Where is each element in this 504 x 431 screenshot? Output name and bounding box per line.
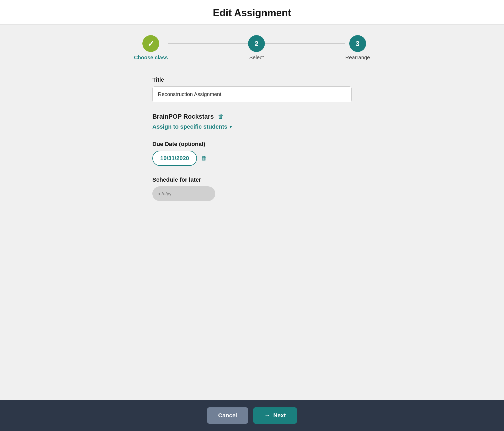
- class-header: BrainPOP Rockstars 🗑: [152, 113, 352, 120]
- step-select: 2 Select: [248, 35, 265, 61]
- step-label-3: Rearrange: [345, 55, 370, 61]
- due-date-section: Due Date (optional) 10/31/2020 🗑: [152, 141, 352, 166]
- step-rearrange: 3 Rearrange: [345, 35, 370, 61]
- checkmark-icon: ✓: [148, 39, 154, 48]
- due-date-value[interactable]: 10/31/2020: [152, 151, 197, 166]
- schedule-section: Schedule for later: [152, 176, 352, 201]
- due-date-label: Due Date (optional): [152, 141, 352, 148]
- step-choose-class: ✓ Choose class: [134, 35, 168, 61]
- form-container: Title BrainPOP Rockstars 🗑 Assign to spe…: [152, 76, 352, 212]
- assign-students-button[interactable]: Assign to specific students ▾: [152, 123, 232, 130]
- class-section: BrainPOP Rockstars 🗑 Assign to specific …: [152, 113, 352, 130]
- step-number-2: 2: [255, 40, 258, 48]
- next-button[interactable]: → Next: [253, 407, 297, 424]
- page-header: Edit Assignment: [0, 0, 504, 25]
- stepper: ✓ Choose class 2 Select 3 Rearrange: [134, 35, 370, 61]
- chevron-down-icon: ▾: [229, 124, 232, 130]
- step-circle-2: 2: [248, 35, 265, 52]
- class-name: BrainPOP Rockstars: [152, 113, 214, 120]
- schedule-input-wrapper: [152, 186, 215, 201]
- footer: Cancel → Next: [0, 400, 504, 431]
- step-number-3: 3: [356, 40, 360, 48]
- step-connector-1: [168, 43, 248, 44]
- next-arrow: →: [264, 412, 270, 419]
- main-content: ✓ Choose class 2 Select 3 Rearrange Titl…: [0, 25, 504, 400]
- cancel-button[interactable]: Cancel: [207, 407, 248, 424]
- delete-due-date-icon[interactable]: 🗑: [201, 155, 207, 162]
- page-title: Edit Assignment: [5, 7, 499, 19]
- title-section: Title: [152, 76, 352, 102]
- step-circle-3: 3: [349, 35, 366, 52]
- schedule-label: Schedule for later: [152, 176, 352, 183]
- due-date-row: 10/31/2020 🗑: [152, 151, 352, 166]
- next-label: Next: [273, 412, 286, 419]
- step-circle-1: ✓: [142, 35, 159, 52]
- title-input[interactable]: [152, 86, 352, 102]
- assign-students-label: Assign to specific students: [152, 123, 227, 130]
- schedule-input[interactable]: [152, 187, 215, 200]
- delete-class-icon[interactable]: 🗑: [218, 113, 224, 120]
- step-label-2: Select: [249, 55, 264, 61]
- title-label: Title: [152, 76, 352, 83]
- step-label-1: Choose class: [134, 55, 168, 61]
- step-connector-2: [265, 43, 345, 44]
